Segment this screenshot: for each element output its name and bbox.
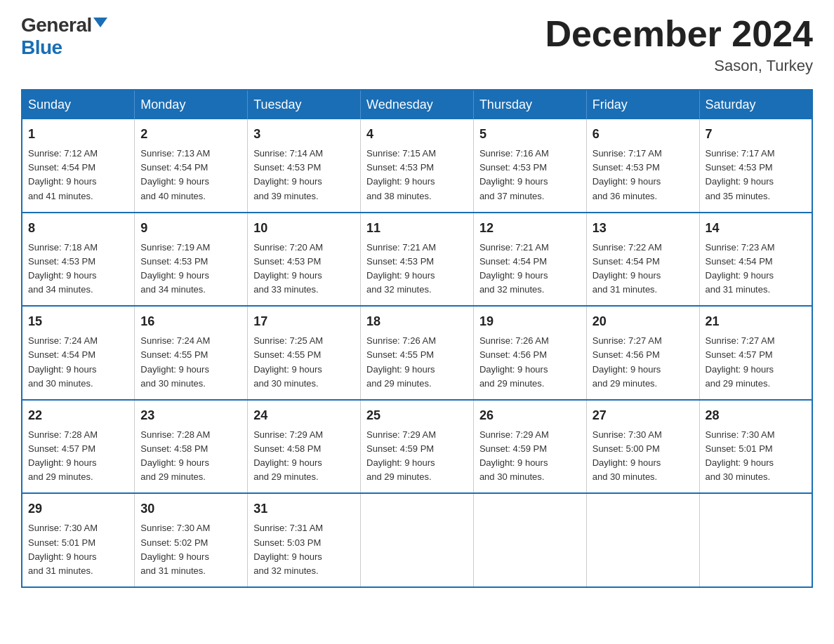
calendar-table: SundayMondayTuesdayWednesdayThursdayFrid… <box>21 89 813 588</box>
day-number: 8 <box>28 219 128 238</box>
day-info: Sunrise: 7:21 AMSunset: 4:53 PMDaylight:… <box>366 242 436 295</box>
day-info: Sunrise: 7:14 AMSunset: 4:53 PMDaylight:… <box>253 148 323 201</box>
month-title: December 2024 <box>545 14 813 54</box>
day-number: 30 <box>140 499 241 518</box>
calendar-cell: 5Sunrise: 7:16 AMSunset: 4:53 PMDaylight… <box>473 119 586 213</box>
calendar-week-row: 29Sunrise: 7:30 AMSunset: 5:01 PMDayligh… <box>22 493 812 587</box>
day-number: 14 <box>706 219 806 238</box>
day-number: 10 <box>253 219 355 238</box>
day-number: 15 <box>28 312 128 331</box>
day-info: Sunrise: 7:26 AMSunset: 4:55 PMDaylight:… <box>366 335 436 388</box>
calendar-cell: 15Sunrise: 7:24 AMSunset: 4:54 PMDayligh… <box>22 306 135 400</box>
day-info: Sunrise: 7:13 AMSunset: 4:54 PMDaylight:… <box>140 148 210 201</box>
day-number: 26 <box>479 406 581 425</box>
day-number: 21 <box>706 312 806 331</box>
day-header-tuesday: Tuesday <box>248 90 361 119</box>
day-number: 5 <box>479 125 581 144</box>
calendar-cell: 2Sunrise: 7:13 AMSunset: 4:54 PMDaylight… <box>135 119 248 213</box>
day-info: Sunrise: 7:24 AMSunset: 4:55 PMDaylight:… <box>140 335 210 388</box>
calendar-cell: 26Sunrise: 7:29 AMSunset: 4:59 PMDayligh… <box>473 400 586 494</box>
day-info: Sunrise: 7:28 AMSunset: 4:58 PMDaylight:… <box>140 429 210 482</box>
day-number: 23 <box>140 406 241 425</box>
calendar-cell: 23Sunrise: 7:28 AMSunset: 4:58 PMDayligh… <box>135 400 248 494</box>
day-info: Sunrise: 7:29 AMSunset: 4:59 PMDaylight:… <box>479 429 549 482</box>
day-number: 18 <box>366 312 468 331</box>
calendar-cell: 19Sunrise: 7:26 AMSunset: 4:56 PMDayligh… <box>473 306 586 400</box>
calendar-cell: 16Sunrise: 7:24 AMSunset: 4:55 PMDayligh… <box>135 306 248 400</box>
day-number: 29 <box>28 499 128 518</box>
calendar-cell: 9Sunrise: 7:19 AMSunset: 4:53 PMDaylight… <box>135 213 248 307</box>
calendar-week-row: 1Sunrise: 7:12 AMSunset: 4:54 PMDaylight… <box>22 119 812 213</box>
day-info: Sunrise: 7:12 AMSunset: 4:54 PMDaylight:… <box>28 148 98 201</box>
calendar-cell <box>361 493 474 587</box>
day-info: Sunrise: 7:27 AMSunset: 4:56 PMDaylight:… <box>593 335 662 388</box>
calendar-cell: 28Sunrise: 7:30 AMSunset: 5:01 PMDayligh… <box>699 400 812 494</box>
day-info: Sunrise: 7:22 AMSunset: 4:54 PMDaylight:… <box>593 242 662 295</box>
calendar-cell: 30Sunrise: 7:30 AMSunset: 5:02 PMDayligh… <box>135 493 248 587</box>
day-number: 28 <box>706 406 806 425</box>
day-info: Sunrise: 7:29 AMSunset: 4:58 PMDaylight:… <box>253 429 323 482</box>
day-number: 24 <box>253 406 355 425</box>
day-info: Sunrise: 7:30 AMSunset: 5:01 PMDaylight:… <box>28 523 98 575</box>
day-header-thursday: Thursday <box>473 90 586 119</box>
calendar-week-row: 8Sunrise: 7:18 AMSunset: 4:53 PMDaylight… <box>22 213 812 307</box>
calendar-cell: 1Sunrise: 7:12 AMSunset: 4:54 PMDaylight… <box>22 119 135 213</box>
day-number: 9 <box>140 219 241 238</box>
day-header-monday: Monday <box>135 90 248 119</box>
day-info: Sunrise: 7:19 AMSunset: 4:53 PMDaylight:… <box>140 242 210 295</box>
day-info: Sunrise: 7:29 AMSunset: 4:59 PMDaylight:… <box>366 429 436 482</box>
day-number: 1 <box>28 125 128 144</box>
day-number: 22 <box>28 406 128 425</box>
logo-blue-text: Blue <box>21 36 62 58</box>
logo: General Blue <box>21 14 107 59</box>
calendar-cell: 10Sunrise: 7:20 AMSunset: 4:53 PMDayligh… <box>248 213 361 307</box>
day-info: Sunrise: 7:23 AMSunset: 4:54 PMDaylight:… <box>706 242 775 295</box>
day-header-friday: Friday <box>586 90 699 119</box>
day-number: 2 <box>140 125 241 144</box>
calendar-cell: 14Sunrise: 7:23 AMSunset: 4:54 PMDayligh… <box>699 213 812 307</box>
day-info: Sunrise: 7:17 AMSunset: 4:53 PMDaylight:… <box>706 148 775 201</box>
logo-general-text: General <box>21 14 92 36</box>
calendar-cell: 3Sunrise: 7:14 AMSunset: 4:53 PMDaylight… <box>248 119 361 213</box>
page-header: General Blue December 2024 Sason, Turkey <box>21 14 813 75</box>
calendar-cell: 13Sunrise: 7:22 AMSunset: 4:54 PMDayligh… <box>586 213 699 307</box>
day-header-saturday: Saturday <box>699 90 812 119</box>
day-number: 12 <box>479 219 581 238</box>
day-info: Sunrise: 7:28 AMSunset: 4:57 PMDaylight:… <box>28 429 98 482</box>
calendar-cell: 20Sunrise: 7:27 AMSunset: 4:56 PMDayligh… <box>586 306 699 400</box>
day-info: Sunrise: 7:30 AMSunset: 5:01 PMDaylight:… <box>706 429 775 482</box>
day-number: 11 <box>366 219 468 238</box>
calendar-cell: 4Sunrise: 7:15 AMSunset: 4:53 PMDaylight… <box>361 119 474 213</box>
calendar-cell: 6Sunrise: 7:17 AMSunset: 4:53 PMDaylight… <box>586 119 699 213</box>
day-number: 20 <box>593 312 694 331</box>
logo-triangle-icon <box>93 18 107 27</box>
calendar-cell: 31Sunrise: 7:31 AMSunset: 5:03 PMDayligh… <box>248 493 361 587</box>
calendar-week-row: 15Sunrise: 7:24 AMSunset: 4:54 PMDayligh… <box>22 306 812 400</box>
day-number: 16 <box>140 312 241 331</box>
day-info: Sunrise: 7:15 AMSunset: 4:53 PMDaylight:… <box>366 148 436 201</box>
calendar-cell: 21Sunrise: 7:27 AMSunset: 4:57 PMDayligh… <box>699 306 812 400</box>
day-number: 19 <box>479 312 581 331</box>
day-header-sunday: Sunday <box>22 90 135 119</box>
day-number: 7 <box>706 125 806 144</box>
location-text: Sason, Turkey <box>545 57 813 75</box>
day-info: Sunrise: 7:27 AMSunset: 4:57 PMDaylight:… <box>706 335 775 388</box>
day-header-wednesday: Wednesday <box>361 90 474 119</box>
day-number: 25 <box>366 406 468 425</box>
calendar-cell: 7Sunrise: 7:17 AMSunset: 4:53 PMDaylight… <box>699 119 812 213</box>
day-number: 4 <box>366 125 468 144</box>
title-section: December 2024 Sason, Turkey <box>545 14 813 75</box>
day-info: Sunrise: 7:20 AMSunset: 4:53 PMDaylight:… <box>253 242 323 295</box>
calendar-cell: 22Sunrise: 7:28 AMSunset: 4:57 PMDayligh… <box>22 400 135 494</box>
day-number: 13 <box>593 219 694 238</box>
calendar-cell <box>473 493 586 587</box>
calendar-cell: 8Sunrise: 7:18 AMSunset: 4:53 PMDaylight… <box>22 213 135 307</box>
calendar-cell: 11Sunrise: 7:21 AMSunset: 4:53 PMDayligh… <box>361 213 474 307</box>
calendar-cell <box>699 493 812 587</box>
calendar-cell: 29Sunrise: 7:30 AMSunset: 5:01 PMDayligh… <box>22 493 135 587</box>
day-info: Sunrise: 7:16 AMSunset: 4:53 PMDaylight:… <box>479 148 549 201</box>
day-info: Sunrise: 7:31 AMSunset: 5:03 PMDaylight:… <box>253 523 323 575</box>
calendar-cell: 18Sunrise: 7:26 AMSunset: 4:55 PMDayligh… <box>361 306 474 400</box>
day-number: 17 <box>253 312 355 331</box>
day-info: Sunrise: 7:24 AMSunset: 4:54 PMDaylight:… <box>28 335 98 388</box>
